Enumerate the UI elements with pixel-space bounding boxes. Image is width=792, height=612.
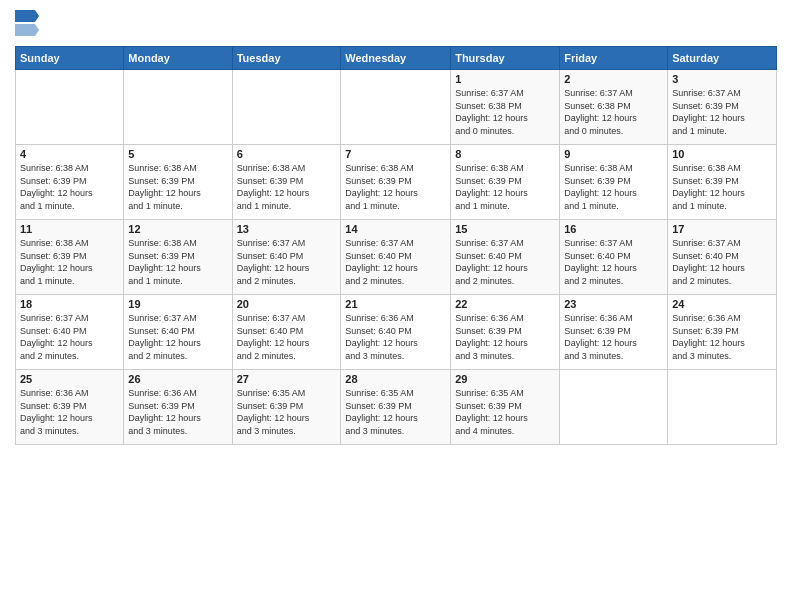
calendar-cell: 7Sunrise: 6:38 AM Sunset: 6:39 PM Daylig… [341,145,451,220]
day-info: Sunrise: 6:38 AM Sunset: 6:39 PM Dayligh… [128,237,227,287]
day-info: Sunrise: 6:35 AM Sunset: 6:39 PM Dayligh… [237,387,337,437]
day-info: Sunrise: 6:38 AM Sunset: 6:39 PM Dayligh… [20,237,119,287]
svg-marker-0 [15,10,39,22]
cell-content [20,73,119,141]
day-number: 10 [672,148,772,160]
day-info: Sunrise: 6:36 AM Sunset: 6:39 PM Dayligh… [20,387,119,437]
cell-content: 4Sunrise: 6:38 AM Sunset: 6:39 PM Daylig… [20,148,119,216]
calendar-cell: 15Sunrise: 6:37 AM Sunset: 6:40 PM Dayli… [451,220,560,295]
day-number: 7 [345,148,446,160]
cell-content: 1Sunrise: 6:37 AM Sunset: 6:38 PM Daylig… [455,73,555,141]
calendar-cell: 29Sunrise: 6:35 AM Sunset: 6:39 PM Dayli… [451,370,560,445]
calendar-cell: 2Sunrise: 6:37 AM Sunset: 6:38 PM Daylig… [560,70,668,145]
cell-content [345,73,446,141]
logo [15,10,43,38]
calendar-cell: 4Sunrise: 6:38 AM Sunset: 6:39 PM Daylig… [16,145,124,220]
cell-content: 19Sunrise: 6:37 AM Sunset: 6:40 PM Dayli… [128,298,227,366]
day-number: 26 [128,373,227,385]
day-header-tuesday: Tuesday [232,47,341,70]
cell-content: 28Sunrise: 6:35 AM Sunset: 6:39 PM Dayli… [345,373,446,441]
calendar-cell: 9Sunrise: 6:38 AM Sunset: 6:39 PM Daylig… [560,145,668,220]
cell-content: 20Sunrise: 6:37 AM Sunset: 6:40 PM Dayli… [237,298,337,366]
day-info: Sunrise: 6:37 AM Sunset: 6:40 PM Dayligh… [20,312,119,362]
day-number: 19 [128,298,227,310]
calendar-cell [16,70,124,145]
week-row-1: 1Sunrise: 6:37 AM Sunset: 6:38 PM Daylig… [16,70,777,145]
day-info: Sunrise: 6:37 AM Sunset: 6:40 PM Dayligh… [455,237,555,287]
cell-content [128,73,227,141]
calendar-cell: 17Sunrise: 6:37 AM Sunset: 6:40 PM Dayli… [668,220,777,295]
day-info: Sunrise: 6:36 AM Sunset: 6:39 PM Dayligh… [128,387,227,437]
day-info: Sunrise: 6:36 AM Sunset: 6:39 PM Dayligh… [672,312,772,362]
day-number: 24 [672,298,772,310]
calendar-cell: 22Sunrise: 6:36 AM Sunset: 6:39 PM Dayli… [451,295,560,370]
calendar-cell: 25Sunrise: 6:36 AM Sunset: 6:39 PM Dayli… [16,370,124,445]
logo-icon [15,10,39,38]
day-number: 6 [237,148,337,160]
calendar-cell: 12Sunrise: 6:38 AM Sunset: 6:39 PM Dayli… [124,220,232,295]
cell-content: 25Sunrise: 6:36 AM Sunset: 6:39 PM Dayli… [20,373,119,441]
calendar-cell [668,370,777,445]
day-info: Sunrise: 6:38 AM Sunset: 6:39 PM Dayligh… [345,162,446,212]
calendar-cell: 5Sunrise: 6:38 AM Sunset: 6:39 PM Daylig… [124,145,232,220]
cell-content: 18Sunrise: 6:37 AM Sunset: 6:40 PM Dayli… [20,298,119,366]
cell-content: 10Sunrise: 6:38 AM Sunset: 6:39 PM Dayli… [672,148,772,216]
cell-content: 26Sunrise: 6:36 AM Sunset: 6:39 PM Dayli… [128,373,227,441]
cell-content: 12Sunrise: 6:38 AM Sunset: 6:39 PM Dayli… [128,223,227,291]
day-number: 22 [455,298,555,310]
day-number: 23 [564,298,663,310]
day-header-friday: Friday [560,47,668,70]
day-number: 1 [455,73,555,85]
cell-content: 29Sunrise: 6:35 AM Sunset: 6:39 PM Dayli… [455,373,555,441]
cell-content: 17Sunrise: 6:37 AM Sunset: 6:40 PM Dayli… [672,223,772,291]
day-info: Sunrise: 6:37 AM Sunset: 6:40 PM Dayligh… [128,312,227,362]
cell-content: 5Sunrise: 6:38 AM Sunset: 6:39 PM Daylig… [128,148,227,216]
cell-content: 27Sunrise: 6:35 AM Sunset: 6:39 PM Dayli… [237,373,337,441]
day-number: 2 [564,73,663,85]
cell-content [672,373,772,441]
calendar-cell [124,70,232,145]
week-row-2: 4Sunrise: 6:38 AM Sunset: 6:39 PM Daylig… [16,145,777,220]
day-number: 12 [128,223,227,235]
calendar-cell: 28Sunrise: 6:35 AM Sunset: 6:39 PM Dayli… [341,370,451,445]
calendar-cell: 24Sunrise: 6:36 AM Sunset: 6:39 PM Dayli… [668,295,777,370]
calendar: SundayMondayTuesdayWednesdayThursdayFrid… [15,46,777,445]
day-info: Sunrise: 6:38 AM Sunset: 6:39 PM Dayligh… [672,162,772,212]
day-number: 5 [128,148,227,160]
day-number: 17 [672,223,772,235]
day-header-monday: Monday [124,47,232,70]
calendar-cell: 10Sunrise: 6:38 AM Sunset: 6:39 PM Dayli… [668,145,777,220]
calendar-cell: 26Sunrise: 6:36 AM Sunset: 6:39 PM Dayli… [124,370,232,445]
day-number: 15 [455,223,555,235]
cell-content: 22Sunrise: 6:36 AM Sunset: 6:39 PM Dayli… [455,298,555,366]
day-number: 9 [564,148,663,160]
day-number: 20 [237,298,337,310]
day-info: Sunrise: 6:37 AM Sunset: 6:40 PM Dayligh… [672,237,772,287]
day-info: Sunrise: 6:37 AM Sunset: 6:39 PM Dayligh… [672,87,772,137]
day-number: 3 [672,73,772,85]
day-info: Sunrise: 6:38 AM Sunset: 6:39 PM Dayligh… [128,162,227,212]
day-number: 16 [564,223,663,235]
day-info: Sunrise: 6:36 AM Sunset: 6:39 PM Dayligh… [564,312,663,362]
day-header-sunday: Sunday [16,47,124,70]
week-row-3: 11Sunrise: 6:38 AM Sunset: 6:39 PM Dayli… [16,220,777,295]
calendar-cell: 20Sunrise: 6:37 AM Sunset: 6:40 PM Dayli… [232,295,341,370]
day-info: Sunrise: 6:37 AM Sunset: 6:40 PM Dayligh… [237,237,337,287]
calendar-cell: 16Sunrise: 6:37 AM Sunset: 6:40 PM Dayli… [560,220,668,295]
day-info: Sunrise: 6:36 AM Sunset: 6:40 PM Dayligh… [345,312,446,362]
day-number: 21 [345,298,446,310]
calendar-cell: 1Sunrise: 6:37 AM Sunset: 6:38 PM Daylig… [451,70,560,145]
day-number: 13 [237,223,337,235]
cell-content: 8Sunrise: 6:38 AM Sunset: 6:39 PM Daylig… [455,148,555,216]
cell-content [564,373,663,441]
day-number: 4 [20,148,119,160]
cell-content: 14Sunrise: 6:37 AM Sunset: 6:40 PM Dayli… [345,223,446,291]
calendar-cell: 13Sunrise: 6:37 AM Sunset: 6:40 PM Dayli… [232,220,341,295]
cell-content: 11Sunrise: 6:38 AM Sunset: 6:39 PM Dayli… [20,223,119,291]
day-info: Sunrise: 6:35 AM Sunset: 6:39 PM Dayligh… [455,387,555,437]
page: SundayMondayTuesdayWednesdayThursdayFrid… [0,0,792,612]
cell-content: 15Sunrise: 6:37 AM Sunset: 6:40 PM Dayli… [455,223,555,291]
day-info: Sunrise: 6:37 AM Sunset: 6:40 PM Dayligh… [345,237,446,287]
day-number: 27 [237,373,337,385]
calendar-cell: 11Sunrise: 6:38 AM Sunset: 6:39 PM Dayli… [16,220,124,295]
